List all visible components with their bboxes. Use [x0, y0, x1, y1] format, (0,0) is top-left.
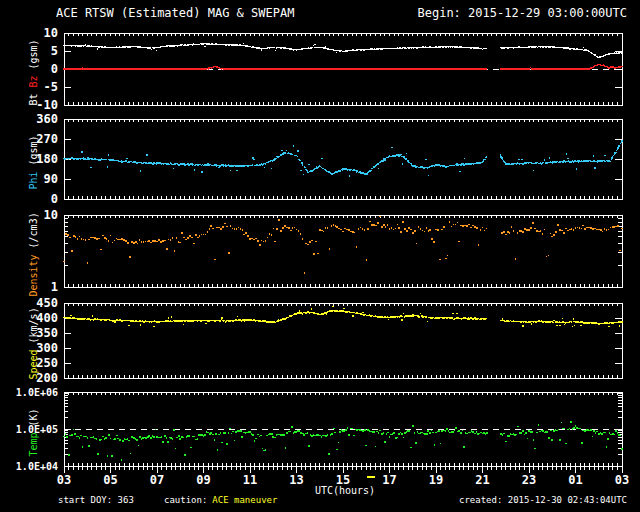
caution-label: caution: — [164, 495, 207, 505]
temp-label: Temp — [28, 432, 39, 456]
xtick-label: 07 — [150, 473, 164, 487]
bt-bz-units: (gsm) — [28, 39, 39, 69]
start-doy-text: start DOY: 363 — [58, 495, 134, 505]
xtick-label: 23 — [522, 473, 536, 487]
xtick-label: 11 — [243, 473, 257, 487]
plot-area: 1050-5-103602701809001014504003503002502… — [0, 0, 640, 512]
series-temp — [63, 421, 623, 460]
xtick-label: 09 — [196, 473, 210, 487]
xtick-label: 19 — [429, 473, 443, 487]
xtick-label: 05 — [103, 473, 117, 487]
series-phi — [63, 140, 622, 176]
temp-units: (K) — [28, 408, 39, 426]
density-units: (/cm3) — [28, 212, 39, 248]
series-bt — [63, 43, 622, 58]
phi-label: Phi — [28, 171, 39, 189]
x-axis-title: UTC(hours) — [288, 485, 402, 496]
ace-maneuver-marker — [367, 476, 375, 478]
caution-value: ACE maneuver — [212, 495, 277, 505]
xtick-label: 03 — [615, 473, 629, 487]
panel-temp: 1.0E+061.0E+051.0E+04 — [16, 387, 622, 472]
page-title: ACE RTSW (Estimated) MAG & SWEPAM — [56, 6, 294, 20]
phi-units: (gsm) — [28, 135, 39, 165]
y-axis-label-temp: Temp(K) — [11, 369, 56, 512]
ace-rtsw-plot-window: 1050-5-103602701809001014504003503002502… — [0, 0, 640, 512]
speed-units: (km/s) — [28, 307, 39, 343]
series-bz — [63, 64, 622, 70]
x-axis: 03050709111315171921230103 — [57, 466, 629, 487]
xtick-label: 21 — [475, 473, 489, 487]
panel-density: 101 — [44, 208, 622, 294]
plot-canvas: 1050-5-103602701809001014504003503002502… — [0, 0, 640, 512]
series-density — [63, 216, 623, 274]
xtick-label: 03 — [57, 473, 71, 487]
xtick-label: 01 — [568, 473, 582, 487]
panel-speed: 450400350300250200 — [36, 296, 622, 385]
series-speed — [63, 306, 622, 328]
begin-timestamp: Begin: 2015-12-29 03:00:00UTC — [417, 6, 627, 20]
created-timestamp: created: 2015-12-30 02:43:04UTC — [459, 495, 627, 505]
panel-phi: 360270180900 — [36, 112, 622, 206]
bz-label: Bz — [28, 75, 39, 87]
caution-note: caution:ACE maneuver — [164, 495, 277, 505]
